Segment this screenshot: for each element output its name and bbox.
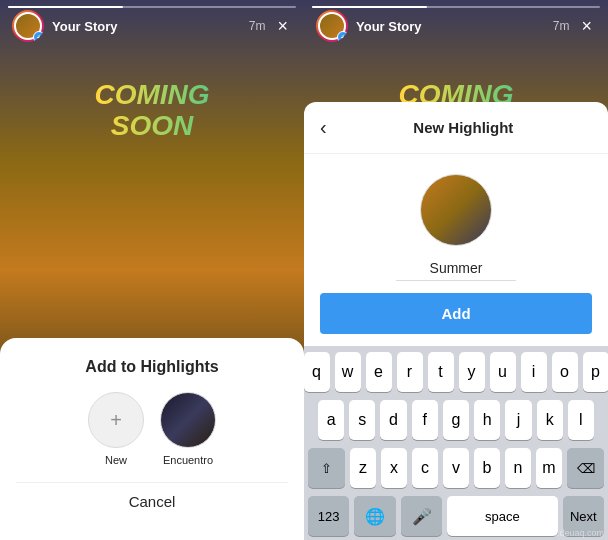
keyboard-row-1: q w e r t y u i o p xyxy=(308,352,604,392)
keyboard-row-3: ⇧ z x c v b n m ⌫ xyxy=(308,448,604,488)
key-y[interactable]: y xyxy=(459,352,485,392)
highlight-name-input[interactable] xyxy=(396,256,516,281)
close-button-right[interactable]: × xyxy=(577,12,596,41)
key-q[interactable]: q xyxy=(304,352,330,392)
new-highlight-item[interactable]: + New xyxy=(88,392,144,466)
key-a[interactable]: a xyxy=(318,400,344,440)
cancel-button[interactable]: Cancel xyxy=(16,482,288,520)
key-p[interactable]: p xyxy=(583,352,609,392)
keyboard-row-2: a s d f g h j k l xyxy=(308,400,604,440)
key-x[interactable]: x xyxy=(381,448,407,488)
key-z[interactable]: z xyxy=(350,448,376,488)
add-highlight-button[interactable]: Add xyxy=(320,293,592,334)
key-w[interactable]: w xyxy=(335,352,361,392)
coming-soon-left: COMING SOON xyxy=(0,80,304,142)
highlight-cover-section xyxy=(304,154,608,293)
key-n[interactable]: n xyxy=(505,448,531,488)
encuentro-label: Encuentro xyxy=(163,454,213,466)
close-button-left[interactable]: × xyxy=(273,12,292,41)
highlight-cover-image[interactable] xyxy=(420,174,492,246)
key-m[interactable]: m xyxy=(536,448,562,488)
story-time-left: 7m xyxy=(249,19,266,33)
key-c[interactable]: c xyxy=(412,448,438,488)
story-time-right: 7m xyxy=(553,19,570,33)
key-l[interactable]: l xyxy=(568,400,594,440)
key-t[interactable]: t xyxy=(428,352,454,392)
add-to-highlights-sheet: Add to Highlights + New Encuentro Cancel xyxy=(0,338,304,540)
encuentro-circle[interactable] xyxy=(160,392,216,448)
key-k[interactable]: k xyxy=(537,400,563,440)
right-panel: + Your Story 7m × COMING SOON ‹ New High… xyxy=(304,0,608,540)
left-panel: + Your Story 7m × COMING SOON Add to Hig… xyxy=(0,0,304,540)
key-r[interactable]: r xyxy=(397,352,423,392)
back-button[interactable]: ‹ xyxy=(320,116,335,139)
new-highlight-header: ‹ New Highlight xyxy=(304,102,608,154)
watermark: www.deuaq.com xyxy=(538,528,604,538)
avatar-left[interactable]: + xyxy=(12,10,44,42)
encuentro-highlight-item[interactable]: Encuentro xyxy=(160,392,216,466)
new-highlight-panel: ‹ New Highlight Add q w e r t y u i o p xyxy=(304,102,608,540)
key-e[interactable]: e xyxy=(366,352,392,392)
keyboard: q w e r t y u i o p a s d f g h j k xyxy=(304,346,608,540)
story-progress-bar xyxy=(8,6,296,8)
story-title-left: Your Story xyxy=(52,19,241,34)
globe-key[interactable]: 🌐 xyxy=(354,496,395,536)
story-title-right: Your Story xyxy=(356,19,545,34)
key-i[interactable]: i xyxy=(521,352,547,392)
key-u[interactable]: u xyxy=(490,352,516,392)
key-v[interactable]: v xyxy=(443,448,469,488)
new-highlight-circle[interactable]: + xyxy=(88,392,144,448)
key-g[interactable]: g xyxy=(443,400,469,440)
story-progress-bar-right xyxy=(312,6,600,8)
new-highlight-title: New Highlight xyxy=(335,119,592,136)
new-highlight-label: New xyxy=(105,454,127,466)
avatar-plus-icon: + xyxy=(33,31,44,42)
key-b[interactable]: b xyxy=(474,448,500,488)
highlights-row: + New Encuentro xyxy=(16,392,288,466)
key-s[interactable]: s xyxy=(349,400,375,440)
key-o[interactable]: o xyxy=(552,352,578,392)
num-key[interactable]: 123 xyxy=(308,496,349,536)
key-d[interactable]: d xyxy=(380,400,406,440)
avatar-right[interactable]: + xyxy=(316,10,348,42)
key-f[interactable]: f xyxy=(412,400,438,440)
coming-line1-left: COMING xyxy=(0,80,304,111)
story-progress-fill xyxy=(8,6,123,8)
coming-line2-left: SOON xyxy=(0,111,304,142)
shift-key[interactable]: ⇧ xyxy=(308,448,345,488)
key-h[interactable]: h xyxy=(474,400,500,440)
sheet-title: Add to Highlights xyxy=(16,358,288,376)
delete-key[interactable]: ⌫ xyxy=(567,448,604,488)
plus-icon: + xyxy=(110,409,122,432)
avatar-plus-icon-right: + xyxy=(337,31,348,42)
mic-key[interactable]: 🎤 xyxy=(401,496,442,536)
key-j[interactable]: j xyxy=(505,400,531,440)
story-progress-fill-right xyxy=(312,6,427,8)
